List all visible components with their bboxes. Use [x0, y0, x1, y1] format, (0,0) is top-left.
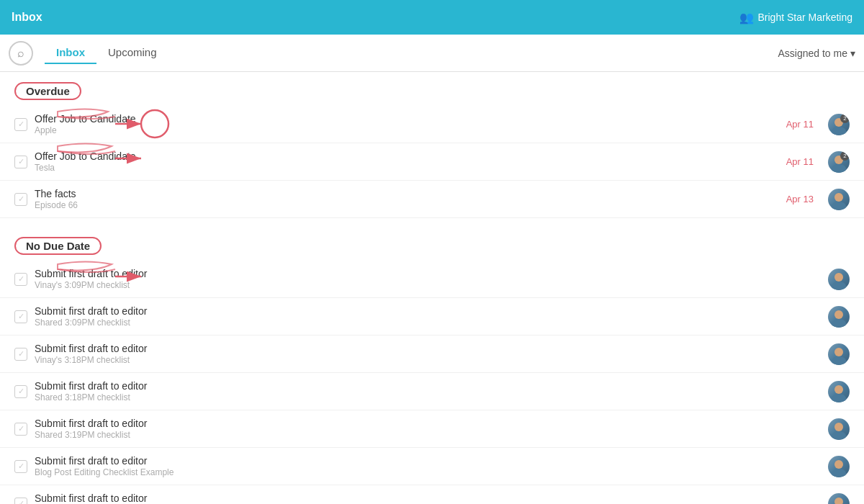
avatar-head — [834, 273, 843, 282]
task-row[interactable]: ✓Offer Job to CandidateAppleApr 112 — [0, 106, 864, 143]
task-checkbox[interactable]: ✓ — [14, 310, 27, 323]
task-row[interactable]: ✓Submit first draft to editorBlog Post E… — [0, 485, 864, 504]
avatar-head — [834, 423, 843, 431]
avatar-body — [832, 202, 846, 210]
no-due-date-section-header: No Due Date — [0, 227, 864, 261]
task-info: Offer Job to CandidateApple — [35, 113, 779, 135]
main-content: Overdue ✓Offer Job to CandidateAppleApr … — [0, 72, 864, 504]
task-title: Offer Job to Candidate — [35, 150, 779, 162]
avatar — [828, 343, 850, 365]
task-row[interactable]: ✓Offer Job to CandidateTeslaApr 112 — [0, 143, 864, 181]
task-info: Submit first draft to editorBlog Post Ed… — [35, 492, 821, 504]
task-subtitle: Vinay's 3:18PM checklist — [35, 355, 821, 365]
task-checkbox[interactable]: ✓ — [14, 193, 27, 206]
avatar-head — [834, 310, 843, 319]
team-icon: 👥 — [739, 11, 754, 24]
task-checkbox[interactable]: ✓ — [14, 423, 27, 436]
avatar — [828, 306, 850, 328]
avatar-body — [832, 356, 846, 365]
task-checkbox[interactable]: ✓ — [14, 118, 27, 131]
tab-upcoming[interactable]: Upcoming — [96, 42, 168, 64]
task-info: The factsEpisode 66 — [35, 188, 779, 210]
overdue-section-header: Overdue — [0, 72, 864, 106]
task-subtitle: Vinay's 3:09PM checklist — [35, 280, 821, 290]
avatar-body — [832, 469, 846, 477]
tabs: Inbox Upcoming — [45, 42, 168, 64]
task-row[interactable]: ✓Submit first draft to editorShared 3:09… — [0, 298, 864, 336]
search-button[interactable]: ⌕ — [9, 41, 33, 66]
task-info: Submit first draft to editorVinay's 3:09… — [35, 268, 821, 290]
task-row[interactable]: ✓Submit first draft to editorVinay's 3:0… — [0, 261, 864, 298]
task-title: Submit first draft to editor — [35, 418, 821, 429]
task-title: Submit first draft to editor — [35, 380, 821, 392]
task-row[interactable]: ✓Submit first draft to editorVinay's 3:1… — [0, 336, 864, 373]
avatar — [828, 189, 850, 210]
task-title: The facts — [35, 188, 779, 199]
no-due-date-label: No Due Date — [14, 237, 102, 255]
avatar-body — [832, 164, 846, 173]
task-subtitle: Shared 3:09PM checklist — [35, 318, 821, 328]
task-date: Apr 11 — [786, 119, 814, 130]
task-info: Submit first draft to editorShared 3:09P… — [35, 305, 821, 328]
avatar-head — [834, 460, 843, 469]
task-title: Submit first draft to editor — [35, 343, 821, 354]
search-icon: ⌕ — [17, 47, 24, 60]
task-info: Submit first draft to editorVinay's 3:18… — [35, 343, 821, 365]
task-title: Offer Job to Candidate — [35, 113, 779, 125]
task-checkbox[interactable]: ✓ — [14, 498, 27, 505]
task-checkbox[interactable]: ✓ — [14, 348, 27, 361]
avatar-body — [832, 431, 846, 440]
avatar — [828, 418, 850, 440]
avatar-head — [834, 498, 843, 505]
task-info: Offer Job to CandidateTesla — [35, 150, 779, 173]
task-subtitle: Tesla — [35, 163, 779, 173]
avatar: 2 — [828, 151, 850, 173]
avatar-body — [832, 319, 846, 328]
avatar-head — [834, 348, 843, 356]
task-row[interactable]: ✓Submit first draft to editorShared 3:18… — [0, 373, 864, 410]
avatar — [828, 381, 850, 402]
task-checkbox[interactable]: ✓ — [14, 273, 27, 286]
app-name: Inbox — [12, 11, 42, 24]
subheader-left: ⌕ Inbox Upcoming — [9, 41, 168, 66]
task-title: Submit first draft to editor — [35, 492, 821, 504]
subheader: ⌕ Inbox Upcoming Assigned to me ▾ — [0, 35, 864, 72]
topbar: Inbox 👥 Bright Star Marketing — [0, 0, 864, 35]
task-subtitle: Shared 3:19PM checklist — [35, 430, 821, 440]
tab-inbox[interactable]: Inbox — [45, 42, 96, 64]
assigned-filter-label: Assigned to me — [778, 48, 848, 59]
assigned-filter-button[interactable]: Assigned to me ▾ — [778, 48, 856, 59]
avatar-head — [834, 385, 843, 394]
task-info: Submit first draft to editorShared 3:19P… — [35, 418, 821, 440]
task-title: Submit first draft to editor — [35, 268, 821, 279]
company-info: 👥 Bright Star Marketing — [739, 11, 853, 24]
chevron-down-icon: ▾ — [850, 48, 855, 59]
task-row[interactable]: ✓The factsEpisode 66Apr 13 — [0, 181, 864, 218]
overdue-label: Overdue — [14, 82, 81, 100]
task-row[interactable]: ✓Submit first draft to editorBlog Post E… — [0, 448, 864, 485]
avatar: 2 — [828, 114, 850, 135]
company-name: Bright Star Marketing — [758, 12, 853, 23]
no-due-tasks-list: ✓Submit first draft to editorVinay's 3:0… — [0, 261, 864, 504]
avatar-body — [832, 282, 846, 290]
task-row[interactable]: ✓Submit first draft to editorShared 3:19… — [0, 410, 864, 448]
avatar — [828, 456, 850, 477]
avatar-badge: 2 — [840, 114, 850, 123]
task-checkbox[interactable]: ✓ — [14, 385, 27, 398]
task-title: Submit first draft to editor — [35, 455, 821, 467]
task-checkbox[interactable]: ✓ — [14, 156, 27, 168]
avatar-badge: 2 — [840, 151, 850, 161]
task-info: Submit first draft to editorShared 3:18P… — [35, 380, 821, 402]
task-date: Apr 11 — [786, 156, 814, 167]
task-title: Submit first draft to editor — [35, 305, 821, 317]
task-date: Apr 13 — [786, 194, 814, 204]
task-subtitle: Apple — [35, 125, 779, 135]
task-checkbox[interactable]: ✓ — [14, 460, 27, 473]
task-subtitle: Blog Post Editing Checklist Example — [35, 467, 821, 477]
overdue-tasks-list: ✓Offer Job to CandidateAppleApr 112✓Offe… — [0, 106, 864, 218]
task-subtitle: Episode 66 — [35, 200, 779, 210]
avatar-body — [832, 127, 846, 135]
avatar-head — [834, 193, 843, 202]
avatar — [828, 269, 850, 290]
task-info: Submit first draft to editorBlog Post Ed… — [35, 455, 821, 477]
